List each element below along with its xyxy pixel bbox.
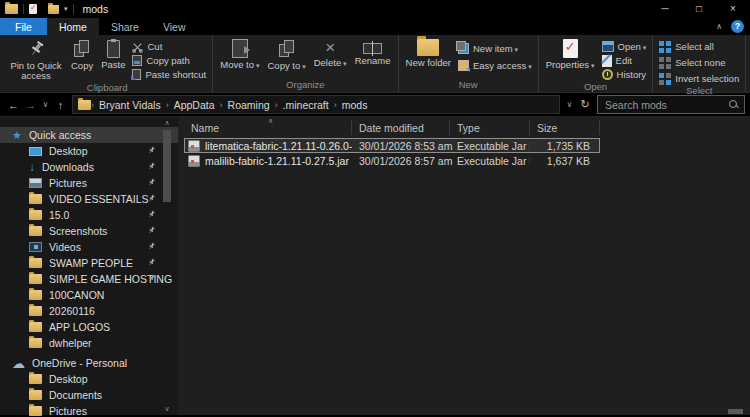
- breadcrumb-item[interactable]: .minecraft: [278, 99, 334, 111]
- videos-icon: [29, 242, 42, 252]
- qat-customize-caret-icon[interactable]: ▾: [64, 5, 68, 13]
- tab-share[interactable]: Share: [99, 18, 151, 35]
- breadcrumb-item-current[interactable]: mods: [337, 99, 373, 111]
- copy-to-button[interactable]: Copy to: [263, 37, 309, 71]
- sidebar-item-screenshots[interactable]: Screenshots: [0, 223, 178, 239]
- new-folder-button[interactable]: New folder: [402, 37, 455, 68]
- breadcrumb-item[interactable]: Roaming: [223, 99, 275, 111]
- up-icon[interactable]: ↑: [52, 99, 69, 111]
- tab-file[interactable]: File: [0, 18, 47, 35]
- properties-button[interactable]: Properties: [542, 37, 599, 70]
- app-folder-icon: [5, 4, 18, 14]
- recent-locations-icon[interactable]: ∨: [39, 100, 52, 109]
- rename-button[interactable]: Rename: [351, 37, 395, 66]
- column-headers: ∧ Name Date modified Type Size: [184, 119, 750, 136]
- maximize-button[interactable]: □: [682, 0, 716, 18]
- edit-icon: [602, 55, 612, 67]
- address-dropdown-icon[interactable]: ∨: [563, 100, 576, 109]
- resize-grip[interactable]: [728, 409, 743, 414]
- onedrive-cloud-icon: ☁: [12, 358, 25, 369]
- sidebar-item-video-essentails[interactable]: VIDEO ESSENTAILS: [0, 191, 178, 207]
- file-row-malilib[interactable]: malilib-fabric-1.21.11-0.27.5.jar 30/01/…: [184, 153, 600, 168]
- sidebar-item-app-logos[interactable]: APP LOGOS: [0, 319, 178, 335]
- collapse-ribbon-icon[interactable]: ∧: [716, 22, 722, 31]
- column-header-date-modified[interactable]: Date modified: [352, 120, 450, 135]
- new-item-button[interactable]: New item: [455, 42, 535, 55]
- new-item-icon: [458, 43, 469, 54]
- sidebar-item-20260116[interactable]: 20260116: [0, 303, 178, 319]
- ribbon-group-open: Properties Open Edit History: [539, 35, 654, 92]
- copy-button[interactable]: Copy: [67, 37, 97, 71]
- easy-access-icon: [458, 60, 469, 71]
- properties-icon: [563, 39, 578, 58]
- delete-button[interactable]: × Delete: [310, 37, 351, 68]
- sidebar-scrollbar[interactable]: ∧ ∨: [162, 117, 172, 415]
- sidebar-item-desktop[interactable]: Desktop: [0, 143, 178, 159]
- group-label-new: New: [402, 79, 535, 92]
- search-icon[interactable]: [729, 100, 739, 110]
- help-icon[interactable]: ?: [731, 20, 744, 33]
- open-button[interactable]: Open: [599, 40, 650, 53]
- file-row-litematica[interactable]: litematica-fabric-1.21.11-0.26.0-sakura.…: [184, 138, 600, 153]
- cut-button[interactable]: Cut: [129, 40, 209, 53]
- history-button[interactable]: History: [599, 68, 650, 81]
- back-icon[interactable]: ←: [5, 99, 22, 111]
- folder-icon: [29, 322, 42, 332]
- refresh-icon[interactable]: ↻: [576, 98, 594, 111]
- qat-new-folder-icon[interactable]: [48, 5, 59, 14]
- file-date: 30/01/2026 8:53 am: [352, 140, 450, 152]
- paste-button[interactable]: Paste: [97, 37, 129, 70]
- column-header-size[interactable]: Size: [530, 120, 600, 135]
- select-none-button[interactable]: Select none: [656, 56, 742, 69]
- search-input[interactable]: [603, 98, 729, 112]
- sidebar-item-onedrive[interactable]: ☁ OneDrive - Personal: [0, 355, 178, 371]
- pin-icon: [147, 226, 156, 235]
- minimize-button[interactable]: ─: [648, 0, 682, 18]
- jar-file-icon: [188, 155, 200, 167]
- scroll-down-icon[interactable]: ∨: [162, 404, 172, 414]
- sidebar-item-100canon[interactable]: 100CANON: [0, 287, 178, 303]
- qat-properties-icon[interactable]: [29, 4, 37, 14]
- location-folder-icon: [78, 100, 91, 110]
- copy-path-button[interactable]: Copy path: [129, 54, 209, 67]
- titlebar: ▾ mods ─ □ ×: [0, 0, 750, 18]
- folder-icon: [29, 374, 42, 384]
- tab-home[interactable]: Home: [47, 18, 99, 35]
- breadcrumb-item[interactable]: Bryant Vidals: [94, 99, 166, 111]
- breadcrumb-item[interactable]: AppData: [169, 99, 220, 111]
- scrollbar-thumb[interactable]: [163, 130, 171, 202]
- paste-shortcut-button[interactable]: Paste shortcut: [129, 68, 209, 81]
- easy-access-button[interactable]: Easy access: [455, 59, 535, 72]
- pin-icon: [147, 274, 156, 283]
- pin-icon: [147, 178, 156, 187]
- forward-icon[interactable]: →: [22, 99, 39, 111]
- breadcrumb[interactable]: Bryant Vidals AppData Roaming .minecraft…: [72, 95, 560, 114]
- select-all-icon: [659, 41, 671, 53]
- select-all-button[interactable]: Select all: [656, 40, 742, 53]
- downloads-icon: ↓: [29, 162, 35, 172]
- pin-to-quick-access-button[interactable]: Pin to Quick access: [5, 37, 67, 82]
- sidebar-item-onedrive-pictures[interactable]: Pictures: [0, 403, 178, 417]
- pin-icon: [147, 194, 156, 203]
- sidebar-item-onedrive-desktop[interactable]: Desktop: [0, 371, 178, 387]
- close-button[interactable]: ×: [716, 0, 750, 18]
- sidebar-item-swamp-people[interactable]: SWAMP PEOPLE: [0, 255, 178, 271]
- sidebar-item-pictures[interactable]: Pictures: [0, 175, 178, 191]
- file-type: Executable Jar File: [450, 155, 530, 167]
- scroll-up-icon[interactable]: ∧: [162, 118, 172, 128]
- sidebar-item-dwhelper[interactable]: dwhelper: [0, 335, 178, 351]
- invert-selection-button[interactable]: Invert selection: [656, 72, 742, 85]
- group-label-open: Open: [542, 81, 650, 94]
- move-to-button[interactable]: Move to: [216, 37, 263, 70]
- sidebar-item-onedrive-documents[interactable]: Documents: [0, 387, 178, 403]
- sidebar-item-videos[interactable]: Videos: [0, 239, 178, 255]
- sidebar-item-simple-game-hosting[interactable]: SIMPLE GAME HOSTING: [0, 271, 178, 287]
- sidebar-item-downloads[interactable]: ↓ Downloads: [0, 159, 178, 175]
- tab-view[interactable]: View: [151, 18, 198, 35]
- divider: [73, 4, 74, 14]
- sidebar-item-15-0[interactable]: 15.0: [0, 207, 178, 223]
- sidebar-item-quick-access[interactable]: ★ Quick access: [0, 127, 178, 143]
- group-label-organize: Organize: [216, 79, 394, 92]
- edit-button[interactable]: Edit: [599, 54, 650, 67]
- column-header-type[interactable]: Type: [450, 120, 530, 135]
